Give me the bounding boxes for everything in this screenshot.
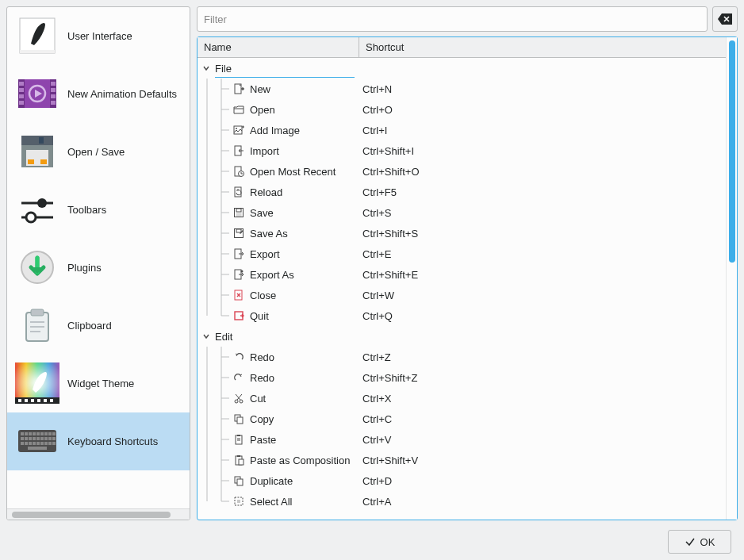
reload-icon [232,186,245,198]
action-name: Paste as Composition [250,455,359,466]
action-shortcut: Ctrl+N [359,83,726,95]
sidebar-item-label: Plugins [67,262,182,274]
action-shortcut: Ctrl+I [359,125,726,136]
action-row[interactable]: Redo Ctrl+Shift+Z [198,367,726,388]
category-sidebar: User Interface New Animation Defaults Op… [6,6,190,520]
action-row[interactable]: Add Image Ctrl+I [198,120,726,140]
svg-point-82 [236,128,237,129]
action-row[interactable]: Reload Ctrl+F5 [198,182,726,202]
sidebar-scrollbar[interactable] [7,508,190,520]
svg-rect-33 [18,399,21,402]
action-name: Add Image [250,125,359,136]
svg-rect-105 [236,213,241,217]
tree-guide [198,223,232,244]
tree-guide [198,244,232,264]
action-row[interactable]: Select All Ctrl+A [198,491,726,512]
action-shortcut: Ctrl+C [359,413,726,425]
sidebar-item-user-interface[interactable]: User Interface [7,7,190,65]
action-row[interactable]: New Ctrl+N [198,79,726,99]
action-row[interactable]: Open Ctrl+O [198,99,726,120]
sidebar-item-label: Toolbars [67,204,182,216]
action-shortcut: Ctrl+F5 [359,186,726,198]
action-shortcut: Ctrl+X [359,393,726,405]
sidebar-item-animation-defaults[interactable]: New Animation Defaults [7,65,190,123]
svg-rect-37 [44,399,47,402]
svg-rect-46 [44,432,48,435]
action-row[interactable]: Import Ctrl+Shift+I [198,140,726,161]
action-row[interactable]: Export Ctrl+E [198,244,726,264]
action-row[interactable]: Close Ctrl+W [198,285,726,305]
action-shortcut: Ctrl+Shift+I [359,145,726,157]
tree-guide [198,305,232,326]
action-row[interactable]: Copy Ctrl+C [198,408,726,429]
paste-icon [232,433,245,446]
check-icon [685,536,696,547]
action-name: Open Most Recent [250,166,359,178]
quit-icon [232,309,245,322]
action-row[interactable]: Save As Ctrl+Shift+S [198,223,726,244]
keyboard-icon [15,420,59,462]
sidebar-item-plugins[interactable]: Plugins [7,239,190,297]
tree-guide [198,120,232,140]
svg-rect-36 [37,399,40,402]
sidebar-item-label: Clipboard [67,320,182,332]
paste-comp-icon [232,454,245,466]
tree-scrollbar[interactable] [726,37,737,520]
duplicate-icon [232,474,245,487]
tree-guide [198,470,232,491]
action-name: Close [250,290,359,301]
sidebar-item-keyboard-shortcuts[interactable]: Keyboard Shortcuts [7,412,190,470]
svg-rect-60 [29,442,32,445]
svg-rect-110 [235,229,244,238]
sidebar-item-toolbars[interactable]: Toolbars [7,181,190,239]
redo-icon [232,371,245,384]
action-row[interactable]: Save Ctrl+S [198,202,726,223]
column-header-shortcut[interactable]: Shortcut [359,37,726,57]
svg-rect-7 [19,94,24,98]
action-row[interactable]: Paste Ctrl+V [198,429,726,450]
action-name: Save As [250,228,359,240]
action-row[interactable]: Duplicate Ctrl+D [198,470,726,491]
svg-rect-56 [48,437,52,440]
action-name: Paste [250,434,359,446]
sidebar-item-widget-theme[interactable]: Widget Theme [7,355,190,412]
sidebar-item-clipboard[interactable]: Clipboard [7,297,190,355]
group-row-edit[interactable]: Edit [198,326,726,347]
sidebar-item-label: Keyboard Shortcuts [67,435,182,447]
svg-rect-111 [236,229,241,232]
svg-rect-166 [239,459,244,465]
undo-icon [232,351,245,363]
clipboard-icon [15,305,59,346]
action-name: Select All [250,496,359,508]
action-row[interactable]: Quit Ctrl+Q [198,305,726,326]
svg-rect-38 [50,399,53,402]
action-name: Open [250,104,359,116]
svg-point-23 [26,213,36,222]
action-row[interactable]: Cut Ctrl+X [198,388,726,408]
action-shortcut: Ctrl+O [359,104,726,116]
group-label: Edit [215,331,232,343]
backspace-icon [718,13,732,25]
svg-rect-61 [33,442,36,445]
svg-rect-51 [29,437,32,440]
action-row[interactable]: Open Most Recent Ctrl+Shift+O [198,161,726,182]
sidebar-item-open-save[interactable]: Open / Save [7,123,190,181]
sidebar-item-label: Open / Save [67,146,182,158]
action-name: Copy [250,413,359,425]
svg-rect-151 [237,417,243,424]
svg-rect-57 [52,437,56,440]
tree-guide [198,491,232,512]
sidebar-item-label: New Animation Defaults [67,88,182,100]
action-row[interactable]: Export As Ctrl+Shift+E [198,264,726,285]
action-row[interactable]: Paste as Composition Ctrl+Shift+V [198,450,726,470]
cut-icon [232,392,245,405]
svg-rect-53 [36,437,40,440]
filter-input[interactable] [197,6,708,32]
tree-guide [198,161,232,182]
action-shortcut: Ctrl+V [359,434,726,446]
action-row[interactable]: Redo Ctrl+Z [198,347,726,367]
column-header-name[interactable]: Name [198,37,359,57]
clear-filter-button[interactable] [712,6,738,32]
group-row-file[interactable]: File [198,58,726,79]
ok-button[interactable]: OK [668,530,731,554]
